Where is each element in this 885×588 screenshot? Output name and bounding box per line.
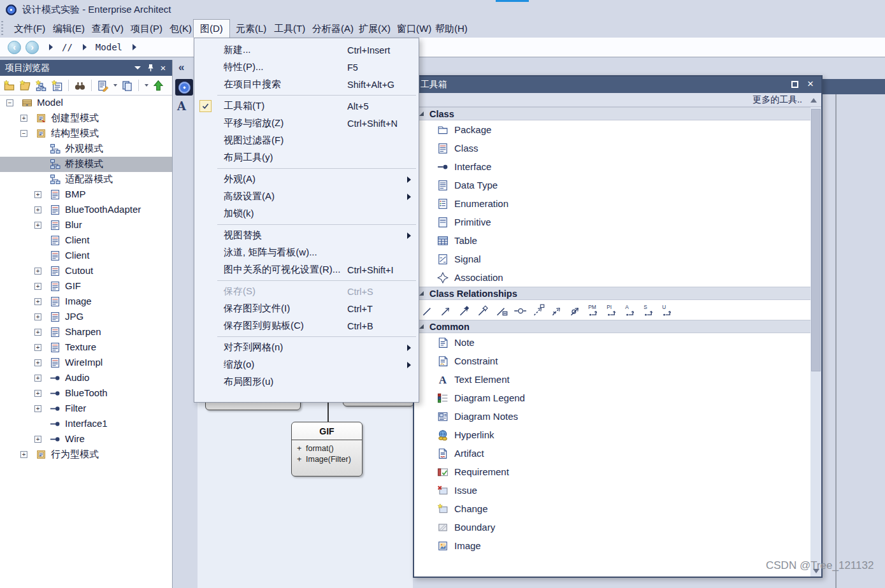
tree-item-Texture[interactable]: +Texture — [0, 340, 172, 355]
toolbox-item-hyperlink[interactable]: Hyperlink — [414, 426, 821, 444]
menu-diagram-open[interactable]: 图(D) — [193, 19, 230, 38]
tree-item-JPG[interactable]: +JPG — [0, 310, 172, 325]
menu-item-7[interactable]: 工具(T) — [268, 19, 312, 38]
tree-item-Sharpen[interactable]: +Sharpen — [0, 325, 172, 340]
expand-icon[interactable]: + — [34, 436, 41, 443]
toolbox-item-boundary[interactable]: Boundary — [414, 518, 821, 536]
expand-icon[interactable]: + — [34, 313, 41, 320]
toolbox-titlebar[interactable]: 工具箱 × — [414, 76, 821, 93]
menu-item-22[interactable]: 缩放(o) — [194, 356, 419, 373]
tree-item-Client[interactable]: Client — [0, 233, 172, 248]
package-import-icon[interactable]: PI — [605, 303, 619, 317]
chevron-down-icon[interactable] — [131, 60, 144, 76]
collapse-icon[interactable]: − — [6, 99, 13, 106]
section-header-class[interactable]: Class — [414, 107, 821, 120]
menu-item-15[interactable]: 图中关系的可视化设置(R)...Ctrl+Shift+I — [194, 261, 419, 278]
toolbox-item-interface[interactable]: Interface — [414, 157, 821, 176]
collapse-icon[interactable]: − — [20, 130, 27, 137]
toolbox-item-note[interactable]: Note — [414, 333, 821, 352]
menu-item-11[interactable]: 加锁(k) — [194, 205, 419, 222]
new-element-icon[interactable] — [51, 80, 63, 92]
move-up-icon[interactable] — [152, 80, 164, 92]
associate-icon[interactable] — [421, 303, 435, 317]
menu-item-9[interactable]: 外观(A) — [194, 171, 419, 188]
expand-icon[interactable]: + — [34, 405, 41, 412]
ea-logo-icon[interactable] — [175, 79, 193, 96]
toolbox-item-table[interactable]: Table — [414, 231, 821, 250]
new-model-icon[interactable] — [3, 80, 15, 92]
menu-item-14[interactable]: 泳道, 矩阵与看板(w)... — [194, 244, 419, 261]
scrollbar-thumb[interactable] — [811, 109, 821, 371]
pin-icon[interactable] — [144, 60, 157, 76]
menu-item-6[interactable]: 元素(L) — [229, 19, 273, 38]
aggregate-icon[interactable] — [476, 303, 490, 317]
menu-item-4[interactable]: 工具箱(T)Alt+5 — [194, 97, 419, 115]
generalize-icon[interactable] — [439, 303, 453, 317]
tree-item-Interface1[interactable]: Interface1 — [0, 417, 172, 432]
new-package-icon[interactable] — [19, 80, 31, 92]
toolbox-item-signal[interactable]: Signal — [414, 250, 821, 268]
splitter[interactable] — [835, 94, 837, 588]
expand-icon[interactable]: + — [34, 206, 41, 213]
tree-item-桥接模式[interactable]: 桥接模式 — [0, 157, 172, 172]
toolbox-item-class[interactable]: Class — [414, 139, 821, 157]
back-button[interactable]: ‹ — [8, 41, 21, 54]
menu-item-21[interactable]: 对齐到网格(n) — [194, 339, 419, 356]
tree-item-BlueToothAdapter[interactable]: +BlueToothAdapter — [0, 203, 172, 218]
toolbox-item-text-element[interactable]: AText Element — [414, 370, 821, 389]
usage-icon[interactable]: U — [661, 303, 675, 317]
trace-icon[interactable] — [550, 303, 564, 317]
expand-icon[interactable]: + — [20, 451, 27, 458]
substitution-icon[interactable]: S — [642, 303, 656, 317]
expand-icon[interactable]: + — [34, 268, 41, 275]
tree-item-行为型模式[interactable]: +行为型模式 — [0, 447, 172, 463]
package-merge-icon[interactable]: PM — [587, 303, 601, 317]
tree-item-创建型模式[interactable]: +创建型模式 — [0, 111, 172, 126]
menu-item-19[interactable]: 保存图到剪贴板(C)Ctrl+B — [194, 317, 419, 334]
toolbox-item-package[interactable]: Package — [414, 120, 821, 139]
tree-item-Client[interactable]: Client — [0, 248, 172, 264]
compose-icon[interactable] — [457, 303, 471, 317]
tree-item-Blur[interactable]: +Blur — [0, 218, 172, 233]
tree-item-适配器模式[interactable]: 适配器模式 — [0, 172, 172, 187]
breadcrumb-model[interactable]: Model — [96, 42, 122, 52]
scroll-up-icon[interactable] — [810, 98, 817, 103]
expand-icon[interactable]: + — [34, 375, 41, 382]
uml-class-gif[interactable]: GIF +format()+Image(Filter) — [291, 422, 363, 477]
expand-icon[interactable]: + — [34, 359, 41, 366]
collapse-icon[interactable]: « — [178, 61, 184, 74]
tree-item-Model[interactable]: −Model — [0, 96, 172, 111]
toolbox-item-primitive[interactable]: Primitive — [414, 213, 821, 231]
toolbox-item-requirement[interactable]: Requirement — [414, 463, 821, 481]
toolbox-item-data-type[interactable]: Data Type — [414, 176, 821, 194]
more-tools-link[interactable]: 更多的工具.. — [752, 94, 802, 106]
association-class-icon[interactable] — [494, 303, 508, 317]
copy-icon[interactable] — [121, 80, 133, 92]
menu-item-23[interactable]: 布局图形(u) — [194, 373, 419, 391]
menu-item-2[interactable]: 在项目中搜索Shift+Alt+G — [194, 76, 419, 93]
toolbox-scrollbar[interactable] — [810, 107, 821, 577]
menu-item-13[interactable]: 视图替换 — [194, 227, 419, 244]
tree-item-WireImpl[interactable]: +WireImpl — [0, 355, 172, 371]
expand-icon[interactable]: + — [34, 298, 41, 305]
tree-item-Audio[interactable]: +Audio — [0, 371, 172, 386]
close-icon[interactable]: × — [157, 60, 169, 76]
toolbox-item-diagram-notes[interactable]: Diagram Notes — [414, 407, 821, 426]
tree-item-Wire[interactable]: +Wire — [0, 432, 172, 447]
dropdown-arrow-icon[interactable] — [145, 84, 148, 87]
tree-item-Image[interactable]: +Image — [0, 294, 172, 310]
breadcrumb-prefix[interactable]: // — [62, 42, 73, 52]
menu-item-1[interactable]: 特性(P)...F5 — [194, 59, 419, 76]
menu-item-2[interactable]: 查看(V) — [85, 19, 130, 38]
tree-item-BMP[interactable]: +BMP — [0, 187, 172, 203]
toolbox-item-diagram-legend[interactable]: Diagram Legend — [414, 389, 821, 407]
tree-item-GIF[interactable]: +GIF — [0, 279, 172, 294]
toolbox-item-constraint[interactable]: Constraint — [414, 352, 821, 370]
close-icon[interactable]: × — [807, 78, 814, 90]
section-header-class-relationships[interactable]: Class Relationships — [414, 287, 821, 300]
menu-item-11[interactable]: 帮助(H) — [429, 19, 474, 38]
project-browser-header[interactable]: 项目浏览器 × — [0, 60, 172, 76]
menu-item-6[interactable]: 视图过滤器(F) — [194, 132, 419, 149]
forward-button[interactable]: › — [25, 41, 39, 54]
tree-item-结构型模式[interactable]: −结构型模式 — [0, 126, 172, 141]
